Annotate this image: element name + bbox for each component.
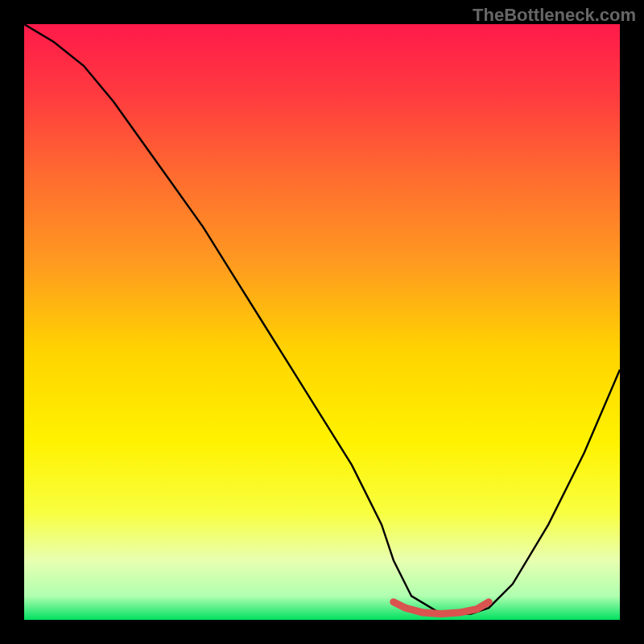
chart-container: TheBottleneck.com [0, 0, 644, 644]
gradient-background [24, 24, 620, 620]
watermark-text: TheBottleneck.com [473, 5, 636, 26]
chart-svg [24, 24, 620, 620]
plot-area [24, 24, 620, 620]
